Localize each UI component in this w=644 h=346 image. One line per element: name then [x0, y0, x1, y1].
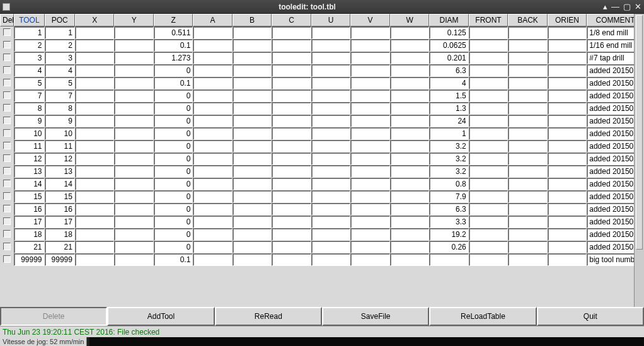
cell-c[interactable]: [272, 140, 311, 153]
cell-poc[interactable]: 1: [45, 26, 75, 39]
cell-back[interactable]: [508, 52, 547, 64]
cell-y[interactable]: [114, 127, 153, 140]
cell-poc[interactable]: 17: [45, 216, 75, 228]
cell-front[interactable]: [469, 64, 508, 77]
delete-checkbox-cell[interactable]: [0, 127, 14, 140]
cell-u[interactable]: [311, 64, 350, 77]
cell-u[interactable]: [311, 178, 350, 190]
cell-x[interactable]: [75, 178, 114, 190]
cell-w[interactable]: [390, 89, 429, 102]
cell-a[interactable]: [193, 140, 232, 153]
cell-y[interactable]: [114, 39, 153, 52]
cell-diam[interactable]: 6.3: [429, 203, 468, 216]
cell-back[interactable]: [508, 228, 547, 241]
cell-front[interactable]: [469, 165, 508, 178]
cell-orien[interactable]: [548, 178, 587, 190]
cell-front[interactable]: [469, 153, 508, 165]
cell-c[interactable]: [272, 64, 311, 77]
cell-u[interactable]: [311, 127, 350, 140]
cell-front[interactable]: [469, 39, 508, 52]
cell-z[interactable]: 0.1: [154, 77, 193, 89]
maximize-icon[interactable]: ▢: [623, 2, 631, 11]
cell-front[interactable]: [469, 77, 508, 89]
cell-c[interactable]: [272, 241, 311, 253]
cell-a[interactable]: [193, 216, 232, 228]
cell-u[interactable]: [311, 190, 350, 203]
cell-v[interactable]: [350, 77, 389, 89]
cell-front[interactable]: [469, 102, 508, 115]
cell-b[interactable]: [233, 115, 272, 127]
cell-y[interactable]: [114, 190, 153, 203]
delete-checkbox-cell[interactable]: [0, 178, 14, 190]
delete-checkbox[interactable]: [3, 117, 11, 124]
cell-y[interactable]: [114, 216, 153, 228]
delete-checkbox[interactable]: [3, 154, 11, 162]
cell-z[interactable]: 0.511: [154, 26, 193, 39]
cell-u[interactable]: [311, 203, 350, 216]
cell-a[interactable]: [193, 127, 232, 140]
cell-w[interactable]: [390, 127, 429, 140]
cell-diam[interactable]: 3.2: [429, 140, 468, 153]
cell-v[interactable]: [350, 52, 389, 64]
cell-tool[interactable]: 10: [14, 127, 44, 140]
cell-diam[interactable]: 0.26: [429, 241, 468, 253]
cell-v[interactable]: [350, 89, 389, 102]
cell-c[interactable]: [272, 165, 311, 178]
delete-checkbox-cell[interactable]: [0, 228, 14, 241]
cell-z[interactable]: 0: [154, 190, 193, 203]
cell-v[interactable]: [350, 190, 389, 203]
cell-front[interactable]: [469, 203, 508, 216]
cell-z[interactable]: 0: [154, 165, 193, 178]
cell-c[interactable]: [272, 102, 311, 115]
cell-w[interactable]: [390, 115, 429, 127]
cell-b[interactable]: [233, 77, 272, 89]
cell-poc[interactable]: 14: [45, 178, 75, 190]
savefile-button[interactable]: SaveFile: [322, 307, 429, 326]
cell-c[interactable]: [272, 190, 311, 203]
cell-y[interactable]: [114, 165, 153, 178]
cell-poc[interactable]: 13: [45, 165, 75, 178]
cell-c[interactable]: [272, 127, 311, 140]
delete-checkbox-cell[interactable]: [0, 190, 14, 203]
cell-y[interactable]: [114, 153, 153, 165]
cell-diam[interactable]: 7.9: [429, 190, 468, 203]
delete-button[interactable]: Delete: [0, 307, 107, 326]
cell-x[interactable]: [75, 190, 114, 203]
cell-x[interactable]: [75, 127, 114, 140]
cell-orien[interactable]: [548, 203, 587, 216]
cell-diam[interactable]: 3.2: [429, 153, 468, 165]
cell-y[interactable]: [114, 115, 153, 127]
cell-poc[interactable]: 5: [45, 77, 75, 89]
column-header-v[interactable]: V: [350, 14, 389, 26]
cell-a[interactable]: [193, 190, 232, 203]
cell-back[interactable]: [508, 102, 547, 115]
cell-front[interactable]: [469, 115, 508, 127]
cell-diam[interactable]: 0.125: [429, 26, 468, 39]
cell-a[interactable]: [193, 102, 232, 115]
cell-a[interactable]: [193, 253, 232, 266]
column-header-diam[interactable]: DIAM: [429, 14, 468, 26]
cell-tool[interactable]: 13: [14, 165, 44, 178]
cell-back[interactable]: [508, 190, 547, 203]
cell-z[interactable]: 0: [154, 241, 193, 253]
column-header-a[interactable]: A: [193, 14, 232, 26]
cell-poc[interactable]: 18: [45, 228, 75, 241]
cell-b[interactable]: [233, 26, 272, 39]
delete-checkbox[interactable]: [3, 243, 11, 250]
cell-u[interactable]: [311, 216, 350, 228]
cell-front[interactable]: [469, 127, 508, 140]
delete-checkbox-cell[interactable]: [0, 39, 14, 52]
cell-c[interactable]: [272, 26, 311, 39]
cell-u[interactable]: [311, 89, 350, 102]
delete-checkbox-cell[interactable]: [0, 77, 14, 89]
cell-back[interactable]: [508, 253, 547, 266]
cell-diam[interactable]: 19.2: [429, 228, 468, 241]
cell-v[interactable]: [350, 115, 389, 127]
cell-z[interactable]: 0: [154, 64, 193, 77]
delete-checkbox[interactable]: [3, 205, 11, 212]
cell-u[interactable]: [311, 77, 350, 89]
cell-diam[interactable]: 1: [429, 127, 468, 140]
cell-orien[interactable]: [548, 77, 587, 89]
cell-poc[interactable]: 9: [45, 115, 75, 127]
cell-b[interactable]: [233, 102, 272, 115]
